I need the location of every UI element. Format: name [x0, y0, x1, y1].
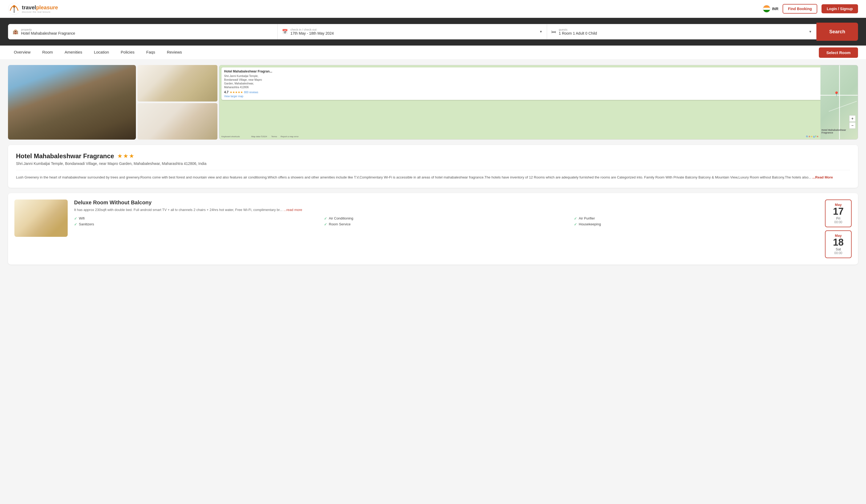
find-booking-button[interactable]: Find Booking	[782, 4, 817, 14]
header: travelpleasure discover the real leisure…	[0, 0, 866, 18]
calendar-icon: 📅	[282, 29, 288, 35]
nav-bar: Overview Room Amenities Location Policie…	[0, 46, 866, 60]
room-card: Deluxe Room Without Balcony It has appro…	[8, 193, 858, 265]
nav-location[interactable]: Location	[88, 46, 115, 59]
logo-line2: pleasure	[36, 4, 58, 10]
hotel-info-section: Hotel Mahabaleshwar Fragrance ★ ★ ★ Shri…	[8, 145, 858, 188]
property-field[interactable]: 🏨 property Hotel Mahabaleshwar Fragrance	[8, 24, 278, 40]
map-hotel-name: Hotel Mahabaleshwar Fragran...	[224, 69, 820, 73]
gallery-room-image	[137, 103, 218, 139]
map-pin-icon: 📍	[833, 91, 839, 97]
logo-sub: discover the real leisure	[22, 11, 58, 13]
checkin-date-box: May 17 Fri 00:00	[825, 200, 852, 227]
guests-label: guests	[559, 28, 806, 31]
amenity-check-room-service: ✓	[324, 222, 327, 226]
room-image	[14, 200, 68, 237]
search-button[interactable]: Search	[817, 23, 858, 41]
amenity-check-ac: ✓	[324, 216, 327, 221]
amenity-sanitizers: ✓ Sanitizers	[74, 222, 319, 226]
map-reviews-link[interactable]: 800 reviews	[244, 91, 258, 94]
map-road-v	[839, 65, 840, 139]
nav-room[interactable]: Room	[36, 46, 59, 59]
map-keyboard-shortcuts[interactable]: Keyboard shortcuts	[221, 135, 240, 138]
nav-reviews[interactable]: Reviews	[161, 46, 188, 59]
main-content: Hotel Mahabaleshwar Fragran... Shri.Jann…	[0, 60, 866, 275]
currency-label: INR	[772, 7, 778, 11]
amenity-check-sanitizers: ✓	[74, 222, 77, 226]
hotel-star-rating: ★ ★ ★	[117, 153, 134, 159]
login-signup-button[interactable]: Login / Signup	[822, 4, 858, 13]
checkout-dow: Sat	[831, 247, 846, 251]
google-maps-branding: Google	[806, 135, 818, 138]
hotel-name: Hotel Mahabaleshwar Fragrance	[16, 153, 114, 160]
nav-overview[interactable]: Overview	[8, 46, 36, 59]
property-value: Hotel Mahabaleshwar Fragrance	[21, 31, 273, 35]
room-read-more[interactable]: ...read more	[284, 208, 302, 212]
checkin-day: 17	[831, 207, 846, 216]
guests-arrow-icon: ▼	[809, 30, 812, 34]
checkin-value: 17th May - 18th May 2024	[290, 31, 537, 35]
map-zoom-out-button[interactable]: −	[849, 122, 856, 129]
india-flag	[763, 5, 770, 12]
logo: travelpleasure discover the real leisure	[8, 3, 58, 15]
hotel-exterior-image	[8, 65, 136, 139]
checkin-time: 00:00	[831, 220, 846, 224]
hotel-address: Shri.Janni Kumbaljai Temple, Bondarwadi …	[16, 161, 850, 166]
checkout-date-box: May 18 Sat 00:00	[825, 231, 852, 258]
checkin-field[interactable]: 📅 check-in / check-out 17th May - 18th M…	[278, 24, 547, 40]
map-rating: 4.7 ★★★★★ 800 reviews	[224, 90, 820, 94]
guests-field[interactable]: 🛏 guests 1 Room 1 Adult 0 Child ▼	[547, 24, 817, 40]
nav-links: Overview Room Amenities Location Policie…	[8, 46, 188, 59]
nav-faqs[interactable]: Faqs	[141, 46, 161, 59]
logo-icon	[8, 3, 20, 15]
map-stars: ★★★★★	[230, 91, 243, 94]
gallery: Hotel Mahabaleshwar Fragran... Shri.Jann…	[8, 65, 858, 139]
nav-amenities[interactable]: Amenities	[59, 46, 88, 59]
amenity-housekeeping: ✓ Housekeeping	[574, 222, 819, 226]
header-right: INR Find Booking Login / Signup	[763, 4, 858, 14]
gallery-dining-image	[137, 65, 218, 101]
select-room-button[interactable]: Select Room	[819, 47, 858, 58]
map-zoom-in-button[interactable]: +	[849, 115, 856, 122]
amenity-ac: ✓ Air Conditioning	[324, 216, 569, 221]
map-label-hotel: Hotel MahabaleshwarFragrance	[822, 129, 846, 134]
hotel-description: Lush Greenery in the heart of mahabalesh…	[16, 175, 850, 180]
gallery-main-image	[8, 65, 136, 139]
checkin-arrow-icon: ▼	[539, 30, 543, 34]
amenity-room-service: ✓ Room Service	[324, 222, 569, 226]
map-data: Map data ©2024	[251, 135, 267, 138]
guests-icon: 🛏	[551, 29, 556, 35]
room-description: It has approx 230sqft with double bed. F…	[74, 207, 819, 213]
checkin-label: check-in / check-out	[290, 28, 537, 31]
logo-line1: travel	[22, 4, 36, 10]
guests-value: 1 Room 1 Adult 0 Child	[559, 31, 806, 35]
checkout-day: 18	[831, 238, 846, 247]
map-info-box: Hotel Mahabaleshwar Fragran... Shri.Jann…	[221, 67, 823, 100]
amenities-grid: ✓ Wifi ✓ Air Conditioning ✓ Air Purifier…	[74, 216, 819, 226]
search-bar: 🏨 property Hotel Mahabaleshwar Fragrance…	[0, 18, 866, 46]
currency-selector[interactable]: INR	[763, 5, 778, 12]
amenity-check-wifi: ✓	[74, 216, 77, 221]
map-hotel-address: Shri.Janni Kumbaljai Temple, Bondarwadi …	[224, 74, 820, 89]
logo-text-block: travelpleasure discover the real leisure	[22, 4, 58, 13]
map-report[interactable]: Report a map error	[280, 135, 299, 138]
amenity-air-purifier: ✓ Air Purifier	[574, 216, 819, 221]
star-2: ★	[123, 153, 129, 159]
amenity-check-housekeeping: ✓	[574, 222, 577, 226]
room-name: Deluxe Room Without Balcony	[74, 200, 819, 206]
gallery-side-images	[137, 65, 218, 139]
property-label: property	[21, 28, 273, 31]
star-1: ★	[117, 153, 123, 159]
building-icon: 🏨	[12, 29, 19, 35]
read-more-button[interactable]: ...Read More	[812, 175, 833, 179]
map-terms[interactable]: Terms	[271, 135, 277, 138]
room-details: Deluxe Room Without Balcony It has appro…	[74, 200, 819, 226]
room-booking: May 17 Fri 00:00 May 18 Sat 00:00	[825, 200, 852, 258]
map-controls[interactable]: + −	[849, 115, 856, 129]
amenity-wifi: ✓ Wifi	[74, 216, 319, 221]
amenity-check-purifier: ✓	[574, 216, 577, 221]
star-3: ★	[129, 153, 134, 159]
checkin-dow: Fri	[831, 216, 846, 220]
map-view-larger[interactable]: View larger map	[224, 95, 820, 98]
nav-policies[interactable]: Policies	[115, 46, 141, 59]
